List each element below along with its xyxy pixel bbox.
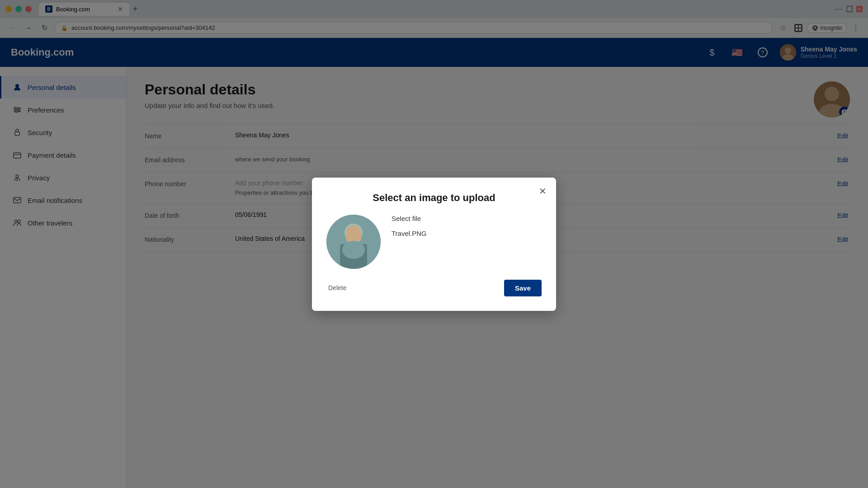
filename-display: Travel.PNG (392, 230, 542, 237)
preview-inner (326, 215, 381, 269)
modal-title: Select an image to upload (326, 192, 542, 204)
save-button[interactable]: Save (504, 280, 542, 296)
preview-image (326, 215, 381, 269)
svg-rect-29 (342, 241, 365, 259)
delete-button[interactable]: Delete (326, 282, 348, 293)
modal-body: Select file Travel.PNG (326, 215, 542, 269)
modal-fields: Select file Travel.PNG (392, 215, 542, 237)
image-preview (326, 215, 381, 269)
modal-close-button[interactable]: ✕ (536, 185, 549, 197)
select-file-label: Select file (392, 215, 542, 222)
modal-overlay[interactable]: ✕ Select an image to upload Se (0, 0, 868, 488)
upload-image-modal: ✕ Select an image to upload Se (312, 178, 556, 311)
modal-actions: Delete Save (326, 280, 542, 296)
